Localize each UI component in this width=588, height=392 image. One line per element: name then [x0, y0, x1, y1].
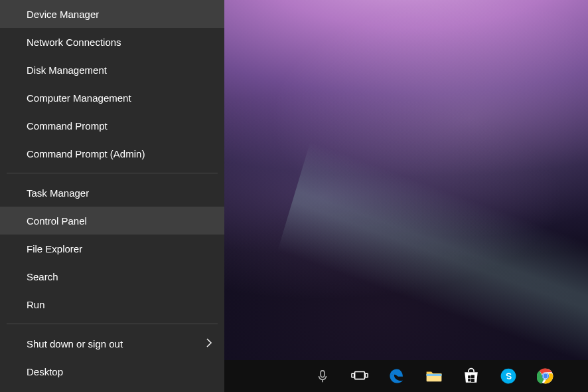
taskbar [224, 360, 588, 392]
menu-item-label: Shut down or sign out [27, 338, 123, 349]
menu-item-label: Control Panel [27, 215, 87, 227]
task-view-icon [351, 367, 368, 385]
menu-item-run[interactable]: Run [0, 290, 224, 318]
menu-separator [7, 324, 218, 324]
menu-item-shut-down-or-sign-out[interactable]: Shut down or sign out [0, 330, 224, 357]
menu-item-label: Device Manager [27, 9, 99, 20]
svg-rect-2 [355, 372, 365, 379]
menu-item-computer-management[interactable]: Computer Management [0, 84, 224, 112]
svg-rect-10 [471, 379, 475, 382]
menu-item-task-manager[interactable]: Task Manager [0, 179, 224, 207]
skype-button[interactable] [490, 360, 527, 392]
svg-rect-6 [427, 374, 442, 376]
edge-button[interactable] [378, 360, 415, 392]
svg-rect-7 [468, 375, 471, 378]
menu-item-desktop[interactable]: Desktop [0, 357, 224, 385]
microphone-icon [315, 369, 330, 383]
menu-item-file-explorer[interactable]: File Explorer [0, 235, 224, 262]
menu-item-control-panel[interactable]: Control Panel [0, 207, 224, 235]
svg-rect-9 [468, 379, 471, 381]
svg-rect-0 [321, 371, 325, 377]
menu-item-label: Desktop [27, 366, 63, 377]
svg-rect-3 [352, 373, 354, 377]
chrome-button[interactable] [527, 360, 564, 392]
svg-rect-8 [471, 375, 475, 378]
store-button[interactable] [453, 360, 490, 392]
chevron-right-icon [206, 338, 212, 349]
svg-rect-4 [365, 373, 368, 377]
svg-point-15 [544, 374, 548, 379]
menu-item-label: Task Manager [27, 187, 89, 199]
menu-item-label: Network Connections [27, 37, 121, 48]
folder-icon [425, 367, 443, 385]
menu-item-label: Command Prompt [27, 120, 108, 132]
task-view-button[interactable] [341, 360, 378, 392]
menu-item-device-manager[interactable]: Device Manager [0, 0, 224, 28]
menu-item-network-connections[interactable]: Network Connections [0, 28, 224, 56]
menu-item-label: Command Prompt (Admin) [27, 148, 145, 159]
edge-icon [388, 367, 405, 385]
cortana-mic-button[interactable] [304, 360, 341, 392]
menu-separator [7, 173, 218, 173]
menu-item-command-prompt-admin[interactable]: Command Prompt (Admin) [0, 140, 224, 167]
menu-item-search[interactable]: Search [0, 262, 224, 290]
chrome-icon [537, 367, 554, 385]
store-icon [463, 367, 480, 385]
menu-item-label: Disk Management [27, 64, 107, 76]
menu-item-label: Search [27, 271, 58, 282]
menu-item-disk-management[interactable]: Disk Management [0, 56, 224, 84]
menu-item-label: Computer Management [27, 92, 131, 104]
menu-item-label: Run [27, 299, 45, 310]
menu-item-label: File Explorer [27, 243, 82, 254]
winx-menu: Device Manager Network Connections Disk … [0, 0, 224, 392]
skype-icon [500, 367, 517, 385]
file-explorer-button[interactable] [415, 360, 453, 392]
menu-item-command-prompt[interactable]: Command Prompt [0, 112, 224, 140]
